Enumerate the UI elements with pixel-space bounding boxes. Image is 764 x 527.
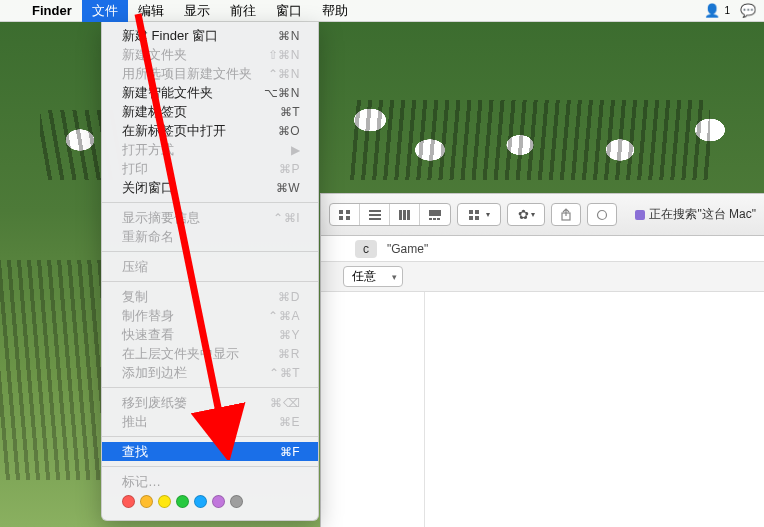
menu-item-label: 查找: [122, 443, 280, 461]
criteria-select[interactable]: 任意: [343, 266, 403, 287]
menu-item-shortcut: ⌃⌘T: [269, 366, 300, 380]
menu-item-label: 制作替身: [122, 307, 268, 325]
menu-item-label: 新建智能文件夹: [122, 84, 264, 102]
menubar: Finder 文件 编辑 显示 前往 窗口 帮助 👤 1 💬: [0, 0, 764, 22]
menu-help[interactable]: 帮助: [312, 0, 358, 22]
menu-item-shortcut: ⌘N: [278, 29, 300, 43]
menu-item: 推出⌘E: [102, 412, 318, 431]
menu-item-shortcut: ▶: [291, 143, 301, 157]
menu-item-label: 复制: [122, 288, 278, 306]
menu-item: 打印⌘P: [102, 159, 318, 178]
menu-item-label: 标记…: [122, 473, 300, 491]
menu-window[interactable]: 窗口: [266, 0, 312, 22]
search-scope-chip-icon: [635, 210, 645, 220]
svg-rect-18: [475, 216, 479, 220]
menu-item-shortcut: ⌘O: [278, 124, 300, 138]
menu-separator: [102, 436, 318, 437]
menu-item: 压缩: [102, 257, 318, 276]
menu-item: 制作替身⌃⌘A: [102, 306, 318, 325]
view-columns-button[interactable]: [390, 204, 420, 225]
menu-item: 移到废纸篓⌘⌫: [102, 393, 318, 412]
share-button[interactable]: [551, 203, 581, 226]
tag-color-dot[interactable]: [158, 495, 171, 508]
arrange-button[interactable]: ▾: [458, 204, 500, 225]
menu-item-label: 重新命名: [122, 228, 300, 246]
svg-rect-16: [475, 210, 479, 214]
menu-item: 用所选项目新建文件夹⌃⌘N: [102, 64, 318, 83]
menu-separator: [102, 281, 318, 282]
app-name[interactable]: Finder: [22, 3, 82, 18]
menu-item[interactable]: 新建标签页⌘T: [102, 102, 318, 121]
results-column-1[interactable]: [321, 292, 425, 527]
menu-view[interactable]: 显示: [174, 0, 220, 22]
tag-color-dot[interactable]: [140, 495, 153, 508]
search-status-text: 正在搜索"这台 Mac": [649, 206, 756, 223]
user-icon[interactable]: 👤: [704, 3, 720, 18]
svg-rect-3: [339, 216, 343, 220]
menu-file[interactable]: 文件: [82, 0, 128, 22]
menu-item: 在上层文件夹中显示⌘R: [102, 344, 318, 363]
view-gallery-button[interactable]: [420, 204, 450, 225]
menubar-right: 👤 1 💬: [696, 3, 764, 18]
menu-item: 添加到边栏⌃⌘T: [102, 363, 318, 382]
view-icons-button[interactable]: [330, 204, 360, 225]
view-list-button[interactable]: [360, 204, 390, 225]
tags-color-row: [102, 491, 318, 516]
svg-rect-2: [346, 210, 350, 214]
menu-item[interactable]: 新建智能文件夹⌥⌘N: [102, 83, 318, 102]
menu-item: 标记…: [102, 472, 318, 491]
menu-go[interactable]: 前往: [220, 0, 266, 22]
menu-item[interactable]: 在新标签页中打开⌘O: [102, 121, 318, 140]
menu-item-label: 推出: [122, 413, 279, 431]
menu-item-shortcut: ⌥⌘N: [264, 86, 300, 100]
menu-item-label: 添加到边栏: [122, 364, 269, 382]
svg-rect-14: [437, 218, 440, 220]
menu-item[interactable]: 新建 Finder 窗口⌘N: [102, 26, 318, 45]
svg-rect-10: [407, 210, 410, 220]
search-status: 正在搜索"这台 Mac": [635, 206, 756, 223]
menu-item-shortcut: ⌘W: [276, 181, 300, 195]
svg-rect-13: [433, 218, 436, 220]
menu-item-shortcut: ⌃⌘A: [268, 309, 300, 323]
menu-edit[interactable]: 编辑: [128, 0, 174, 22]
menu-separator: [102, 251, 318, 252]
finder-window: ▾ ✿▾ 正在搜索"这台 Mac" c "Game" 任意: [320, 193, 764, 527]
menu-item: 打开方式▶: [102, 140, 318, 159]
menu-item-label: 在上层文件夹中显示: [122, 345, 278, 363]
status-icon[interactable]: 💬: [740, 3, 756, 18]
menu-item-shortcut: ⌃⌘I: [273, 211, 300, 225]
search-scope-bar: c "Game": [321, 236, 764, 262]
svg-rect-5: [369, 210, 381, 212]
menu-separator: [102, 387, 318, 388]
svg-rect-6: [369, 214, 381, 216]
menu-item-shortcut: ⌘T: [280, 105, 300, 119]
menu-item-shortcut: ⌘R: [278, 347, 300, 361]
tags-button[interactable]: [587, 203, 617, 226]
menu-item[interactable]: 查找⌘F: [102, 442, 318, 461]
results-column-2[interactable]: [425, 292, 764, 527]
tag-color-dot[interactable]: [194, 495, 207, 508]
svg-rect-17: [469, 216, 473, 220]
finder-toolbar: ▾ ✿▾ 正在搜索"这台 Mac": [321, 194, 764, 236]
user-badge: 1: [724, 5, 730, 16]
tag-color-dot[interactable]: [230, 495, 243, 508]
menu-item-label: 打印: [122, 160, 279, 178]
scope-pill[interactable]: c: [355, 240, 377, 258]
tag-color-dot[interactable]: [176, 495, 189, 508]
svg-point-20: [598, 210, 607, 219]
menu-item-shortcut: ⌃⌘N: [268, 67, 300, 81]
tag-color-dot[interactable]: [212, 495, 225, 508]
file-menu-dropdown: 新建 Finder 窗口⌘N新建文件夹⇧⌘N用所选项目新建文件夹⌃⌘N新建智能文…: [101, 22, 319, 521]
menu-item-label: 打开方式: [122, 141, 291, 159]
action-button[interactable]: ✿▾: [507, 203, 545, 226]
svg-rect-15: [469, 210, 473, 214]
menu-item-shortcut: ⌘F: [280, 445, 300, 459]
menu-item: 复制⌘D: [102, 287, 318, 306]
svg-rect-7: [369, 218, 381, 220]
menu-separator: [102, 466, 318, 467]
menu-item[interactable]: 关闭窗口⌘W: [102, 178, 318, 197]
tag-color-dot[interactable]: [122, 495, 135, 508]
criteria-select-value: 任意: [352, 268, 376, 285]
menu-item-shortcut: ⌘Y: [279, 328, 300, 342]
menu-item-label: 快速查看: [122, 326, 279, 344]
